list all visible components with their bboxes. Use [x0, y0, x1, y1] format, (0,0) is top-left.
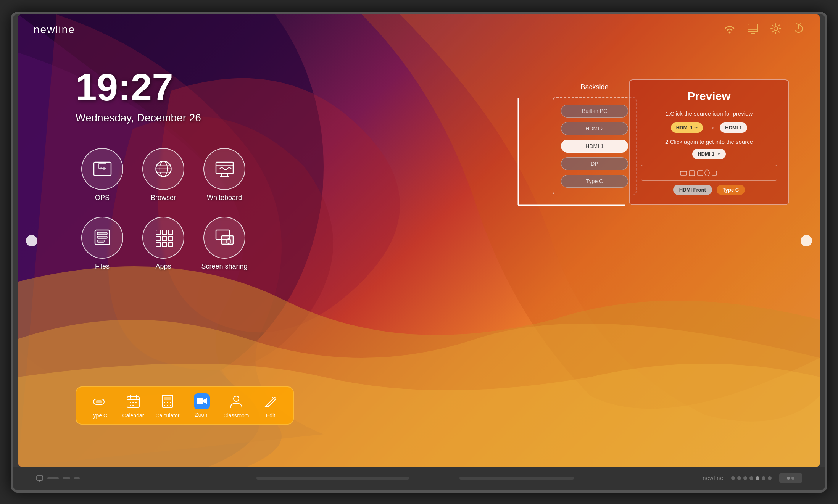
right-side-button[interactable] — [801, 235, 812, 246]
source-title: Backside — [553, 83, 637, 91]
bezel-right-dots — [731, 476, 772, 480]
svg-rect-28 — [156, 236, 161, 241]
hdmi-to-pill[interactable]: HDMI 1 — [720, 122, 747, 133]
bezel-speaker-right — [459, 477, 574, 480]
settings-icon[interactable] — [770, 23, 782, 37]
hdmi-step2-pill[interactable]: HDMI 1 ☞ — [692, 149, 726, 159]
calculator-icon — [159, 393, 176, 410]
calendar-label: Calendar — [122, 412, 144, 419]
source-panel: Backside Built-in PC HDMI 2 HDMI 1 DP Ty… — [553, 83, 637, 195]
source-dashed-box: Built-in PC HDMI 2 HDMI 1 DP Type C — [553, 97, 637, 195]
bezel-speaker-left — [256, 477, 409, 480]
whiteboard-icon-circle[interactable] — [203, 148, 245, 190]
svg-rect-22 — [97, 232, 107, 235]
typec-icon — [90, 393, 108, 410]
svg-point-44 — [135, 402, 137, 403]
tv-frame: newline — [11, 12, 827, 493]
screen-sharing-icon-circle[interactable] — [203, 217, 245, 259]
svg-rect-25 — [156, 230, 161, 235]
top-icons — [724, 23, 804, 37]
svg-point-51 — [170, 402, 171, 403]
left-side-button[interactable] — [26, 235, 37, 246]
svg-rect-26 — [162, 230, 167, 235]
files-icon-circle[interactable] — [81, 217, 123, 259]
svg-rect-67 — [39, 480, 41, 481]
ops-label: OPS — [95, 194, 110, 202]
source-hdmi1[interactable]: HDMI 1 — [561, 140, 628, 153]
quick-zoom[interactable]: Zoom — [189, 393, 215, 418]
preview-step1-text: 1.Click the source icon for preview — [641, 110, 777, 117]
clock-display: 19:27 — [76, 68, 201, 106]
app-browser[interactable]: Browser — [137, 144, 190, 205]
hdmi-front-btn[interactable]: HDMI Front — [673, 185, 712, 195]
top-bar: newline — [18, 14, 820, 45]
edit-label: Edit — [266, 412, 275, 419]
wifi-icon[interactable] — [724, 23, 736, 37]
svg-rect-32 — [162, 242, 167, 247]
screen: newline — [18, 14, 820, 467]
arrow-icon: → — [707, 123, 715, 132]
preview-title: Preview — [641, 90, 777, 103]
svg-rect-63 — [712, 171, 717, 175]
zoom-label: Zoom — [195, 412, 209, 418]
zoom-icon — [194, 393, 210, 409]
power-button-area[interactable] — [779, 473, 802, 483]
browser-label: Browser — [151, 194, 176, 202]
typec-label: Type C — [90, 412, 107, 419]
quick-typec[interactable]: Type C — [85, 393, 112, 419]
preview-panel: Preview 1.Click the source icon for prev… — [629, 79, 789, 205]
svg-rect-60 — [689, 171, 695, 176]
display-icon[interactable] — [747, 23, 759, 37]
connector-bar — [641, 165, 777, 181]
classroom-label: Classroom — [224, 412, 249, 419]
source-hdmi2[interactable]: HDMI 2 — [561, 122, 628, 135]
app-whiteboard[interactable]: Whiteboard — [198, 144, 251, 205]
svg-point-53 — [167, 405, 168, 406]
app-screen-sharing[interactable]: Screen sharing — [198, 213, 251, 274]
quick-calendar[interactable]: Calendar — [120, 393, 147, 419]
app-files[interactable]: Files — [76, 213, 129, 274]
quick-calculator[interactable]: Calculator — [154, 393, 181, 419]
svg-point-49 — [164, 402, 165, 403]
app-grid: PC OPS Browser — [76, 144, 251, 274]
app-ops[interactable]: PC OPS — [76, 144, 129, 205]
svg-point-45 — [130, 405, 131, 406]
hdmi-from-pill[interactable]: HDMI 1 ☞ — [671, 122, 703, 133]
preview-step1-row: HDMI 1 ☞ → HDMI 1 — [641, 122, 777, 133]
quick-launch-bar: Type C Calenda — [76, 386, 294, 425]
source-typec[interactable]: Type C — [561, 175, 628, 188]
svg-rect-66 — [37, 476, 43, 480]
files-label: Files — [95, 262, 110, 271]
svg-rect-29 — [162, 236, 167, 241]
svg-rect-37 — [96, 400, 102, 403]
bezel-bottom: newline — [13, 467, 825, 490]
svg-point-43 — [132, 402, 134, 403]
cast-icon[interactable] — [793, 23, 804, 37]
svg-rect-59 — [680, 171, 687, 175]
source-dp[interactable]: DP — [561, 157, 628, 170]
svg-rect-27 — [168, 230, 173, 235]
quick-classroom[interactable]: Classroom — [223, 393, 250, 419]
typec-front-btn[interactable]: Type C — [717, 185, 745, 195]
app-apps[interactable]: Apps — [137, 213, 190, 274]
clock-section: 19:27 Wednesday, December 26 — [76, 68, 201, 124]
bezel-left-icons — [36, 474, 80, 482]
svg-point-50 — [167, 402, 168, 403]
date-display: Wednesday, December 26 — [76, 112, 201, 124]
whiteboard-label: Whiteboard — [207, 194, 242, 202]
svg-point-42 — [130, 402, 131, 403]
svg-rect-2 — [748, 24, 758, 32]
svg-point-6 — [774, 27, 778, 31]
bezel-brand-text: newline — [703, 475, 724, 481]
svg-rect-24 — [97, 240, 104, 242]
apps-label: Apps — [155, 262, 171, 271]
browser-icon-circle[interactable] — [142, 148, 184, 190]
svg-point-52 — [164, 405, 165, 406]
calculator-label: Calculator — [155, 412, 179, 419]
ops-icon-circle[interactable]: PC — [81, 148, 123, 190]
svg-rect-55 — [197, 398, 203, 404]
preview-step2-text: 2.Click again to get into the source — [641, 138, 777, 145]
apps-icon-circle[interactable] — [142, 217, 184, 259]
quick-edit[interactable]: Edit — [257, 393, 284, 419]
source-builtin-pc[interactable]: Built-in PC — [561, 105, 628, 118]
